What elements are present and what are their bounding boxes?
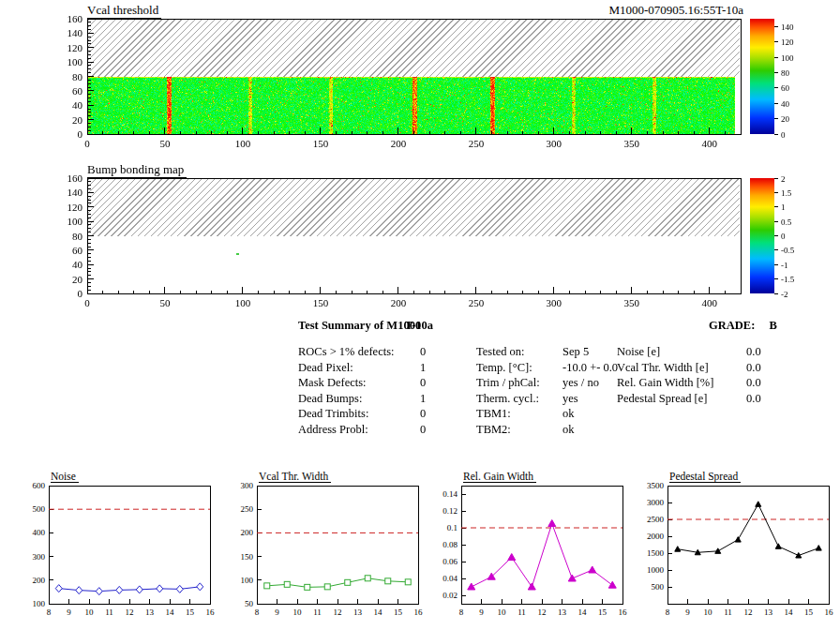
svg-text:13: 13: [353, 608, 363, 617]
summary-value: 0.0: [746, 392, 761, 406]
summary-value: 0.0: [746, 361, 761, 375]
svg-text:150: 150: [313, 297, 329, 308]
svg-text:250: 250: [241, 504, 254, 514]
summary-label: Noise [e]: [617, 345, 746, 359]
svg-text:300: 300: [241, 481, 254, 490]
svg-text:15: 15: [598, 608, 608, 617]
y-axis: 020406080100120140160: [68, 13, 95, 140]
svg-text:11: 11: [313, 608, 322, 617]
svg-text:20: 20: [72, 274, 83, 285]
svg-text:100: 100: [33, 599, 46, 608]
svg-text:9: 9: [685, 608, 690, 617]
svg-text:10: 10: [498, 608, 507, 617]
svg-text:80: 80: [72, 71, 83, 82]
svg-text:3000: 3000: [647, 498, 665, 507]
svg-text:100: 100: [235, 138, 251, 149]
svg-text:80: 80: [781, 68, 790, 78]
svg-text:200: 200: [391, 297, 407, 308]
svg-text:10: 10: [85, 608, 95, 617]
rel-gain-chart-title: Rel. Gain Width: [463, 471, 536, 483]
svg-text:0.14: 0.14: [442, 489, 458, 499]
svg-text:0: 0: [781, 232, 786, 241]
svg-text:1: 1: [781, 202, 786, 212]
summary-row: TBM2:ok: [476, 423, 575, 437]
svg-text:50: 50: [159, 138, 171, 149]
svg-text:40: 40: [72, 99, 83, 111]
summary-title: Test Summary of M1000: [298, 319, 421, 333]
summary-row: TBM1:ok: [476, 407, 575, 421]
svg-text:200: 200: [391, 138, 407, 149]
summary-label: Dead Bumps:: [298, 392, 420, 406]
summary-label: Mask Defects:: [298, 376, 420, 390]
summary-value: 0: [420, 423, 426, 437]
summary-label: Rel. Gain Width [%]: [617, 376, 746, 390]
svg-text:9: 9: [479, 608, 484, 617]
summary-label: Dead Pixel:: [298, 361, 420, 375]
svg-text:80: 80: [72, 231, 83, 242]
summary-row: Tested on:Sep 5: [476, 345, 589, 359]
summary-label: Therm. cycl.:: [476, 392, 562, 406]
noise-chart-svg: 8910111213141516100200300400500600: [11, 467, 216, 626]
summary-value: Sep 5: [562, 345, 589, 359]
summary-value: -10.0 +- 0.0: [562, 361, 618, 375]
svg-text:400: 400: [702, 138, 718, 149]
svg-text:-0.5: -0.5: [781, 246, 795, 255]
svg-text:12: 12: [744, 608, 753, 617]
y-axis: 020406080100120140160: [68, 172, 95, 299]
summary-label: TBM1:: [476, 407, 562, 421]
summary-label: Pedestal Spread [e]: [617, 392, 746, 406]
svg-text:8: 8: [459, 608, 464, 617]
svg-text:140: 140: [781, 22, 794, 32]
svg-text:0.5: 0.5: [781, 218, 792, 227]
svg-text:11: 11: [105, 608, 113, 617]
svg-text:350: 350: [624, 138, 640, 149]
summary-row: Therm. cycl.:yes: [476, 392, 578, 406]
svg-text:10: 10: [704, 608, 713, 617]
summary-value: 1: [420, 361, 426, 375]
svg-text:120: 120: [68, 42, 83, 53]
pedestal-chart-svg: 8910111213141516500100015002000250030003…: [630, 467, 834, 626]
vcal-width-chart-title: Vcal Thr. Width: [259, 471, 331, 483]
svg-text:400: 400: [702, 297, 718, 308]
x-axis: 050100150200250300350400: [84, 128, 741, 149]
module-test-report: Vcal threshold M1000-070905.16:55T-10a 0…: [0, 0, 840, 630]
summary-row: Dead Pixel:1: [298, 361, 426, 375]
svg-text:11: 11: [724, 608, 732, 617]
svg-text:140: 140: [68, 27, 83, 38]
svg-text:200: 200: [241, 528, 254, 537]
svg-text:100: 100: [68, 56, 83, 68]
summary-row: Temp. [°C]:-10.0 +- 0.0: [476, 361, 618, 375]
svg-text:16: 16: [414, 608, 424, 617]
svg-text:0.02: 0.02: [442, 591, 458, 600]
frame: [87, 19, 741, 134]
summary-row: Mask Defects:0: [298, 376, 426, 390]
svg-text:12: 12: [334, 608, 342, 617]
vcal-width-chart: Vcal Thr. Width 891011121314151650100150…: [219, 467, 424, 626]
svg-text:1000: 1000: [647, 565, 665, 575]
svg-text:50: 50: [159, 297, 171, 308]
summary-label: ROCs > 1% defects:: [298, 345, 420, 359]
svg-text:40: 40: [72, 259, 83, 270]
svg-text:0.06: 0.06: [442, 557, 458, 566]
summary-label: TBM2:: [476, 423, 562, 437]
summary-label: Temp. [°C]:: [476, 361, 562, 375]
svg-text:0: 0: [78, 128, 83, 140]
frame: [87, 178, 741, 293]
x-axis: 050100150200250300350400: [84, 287, 741, 308]
svg-text:1.5: 1.5: [781, 188, 792, 198]
svg-text:500: 500: [33, 504, 46, 514]
vcal-axes: 0501001502002503003504000204060801001201…: [0, 0, 840, 159]
summary-value: 0: [420, 345, 426, 359]
bump-axes: 0501001502002503003504000204060801001201…: [0, 159, 840, 319]
svg-text:14: 14: [578, 608, 588, 617]
svg-text:160: 160: [68, 172, 83, 184]
summary-label: Tested on:: [476, 345, 562, 359]
summary-value: 0: [420, 376, 426, 390]
svg-text:2500: 2500: [647, 515, 665, 524]
svg-text:2000: 2000: [647, 532, 665, 541]
summary-value: 0: [420, 407, 426, 421]
svg-text:140: 140: [68, 187, 83, 198]
summary-value: ok: [562, 407, 575, 421]
svg-text:13: 13: [145, 608, 155, 617]
pedestal-chart: Pedestal Spread 891011121314151650010001…: [630, 467, 834, 626]
